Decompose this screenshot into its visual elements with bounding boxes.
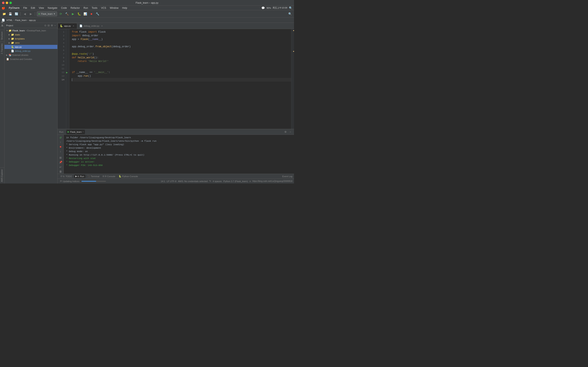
sidebar-tab-aws[interactable]: AWS Explorer bbox=[0, 167, 4, 184]
collapse-all-button[interactable]: ⊟ bbox=[48, 24, 50, 27]
menu-tools[interactable]: Tools bbox=[90, 6, 99, 10]
tree-item-scratches[interactable]: 📋 Scratches and Consoles bbox=[4, 57, 57, 61]
breadcrumb-app-py[interactable]: app.py bbox=[29, 19, 36, 21]
tree-arrow-root: ▼ bbox=[6, 30, 9, 32]
close-run-panel[interactable]: − bbox=[288, 130, 292, 134]
sidebar-tab-favorites[interactable]: 2: Favorites bbox=[0, 42, 4, 56]
close-panel-button[interactable]: − bbox=[54, 24, 56, 27]
tree-item-debug-order[interactable]: 📄 debug_order.py bbox=[4, 49, 57, 53]
tree-item-templates[interactable]: ▶ 📁 templates bbox=[4, 37, 57, 41]
menu-code[interactable]: Code bbox=[60, 6, 69, 10]
output-line-folder: in folder /Users/liuqingyang/Desktop/Fla… bbox=[66, 136, 292, 140]
run-button[interactable]: ▶ bbox=[71, 11, 76, 16]
rerun-button[interactable]: ⟳ bbox=[58, 11, 63, 16]
back-button[interactable]: ◀ bbox=[22, 11, 27, 16]
sidebar-tab-chapter[interactable]: 章节 bbox=[0, 26, 4, 30]
aws-indicator[interactable]: AWS: No credentials selected bbox=[178, 180, 208, 183]
func-from-object: from_object bbox=[95, 45, 112, 49]
sidebar-tab-back[interactable]: 返回 bbox=[0, 23, 4, 26]
wrench-button[interactable]: 🔧 bbox=[95, 11, 100, 16]
locate-file-button[interactable]: ⊙ bbox=[44, 24, 46, 27]
position-indicator[interactable]: 14:1 bbox=[161, 180, 165, 183]
code-line-11 bbox=[72, 67, 291, 71]
run-line-12-icon[interactable]: ▶ bbox=[66, 71, 68, 74]
tree-arrow-templates: ▶ bbox=[9, 38, 11, 40]
close-button[interactable] bbox=[2, 2, 4, 4]
traffic-lights[interactable] bbox=[2, 2, 12, 4]
encoding-indicator[interactable]: LF UTF-8 bbox=[167, 180, 176, 183]
code-line-3: app = Flask ( __name__ ) bbox=[72, 38, 291, 41]
tab-app-py[interactable]: 🐍 app.py × bbox=[58, 23, 77, 29]
bottom-tab-terminal[interactable]: ⬛ Terminal bbox=[86, 175, 101, 178]
minimize-button[interactable] bbox=[6, 2, 8, 4]
run-url-link[interactable]: http://127.0.0.1:5000/ bbox=[84, 154, 113, 156]
gutter-12[interactable]: ▶ bbox=[66, 71, 69, 74]
run-panel: Run: ▶ Flask_learn × ⚙ − ↺ ↑ ■ ↓ bbox=[58, 129, 294, 174]
bottom-tab-python-console[interactable]: 🐍 Python Console bbox=[117, 175, 139, 178]
bottom-tab-todo[interactable]: ☑ 6: TODO bbox=[59, 175, 73, 178]
str-route-path: '/' bbox=[88, 52, 93, 56]
r-console-icon: R bbox=[103, 175, 104, 178]
punct-run-parens: () bbox=[88, 74, 91, 78]
maximize-button[interactable] bbox=[9, 2, 12, 4]
output-line-running: * Running on http://127.0.0.1:5000/ (Pre… bbox=[66, 153, 292, 157]
rerun-sidebar-button[interactable]: ↺ bbox=[58, 136, 63, 140]
tree-item-app-py[interactable]: 🐍 app.py bbox=[4, 45, 57, 49]
bottom-tab-run[interactable]: ▶ 4: Run bbox=[74, 175, 85, 178]
menu-view[interactable]: View bbox=[37, 6, 46, 10]
forward-button[interactable]: ▶ bbox=[28, 11, 33, 16]
menu-navigate[interactable]: Navigate bbox=[46, 6, 59, 10]
indent-9 bbox=[72, 59, 78, 63]
menu-edit[interactable]: Edit bbox=[29, 6, 37, 10]
pin-button[interactable]: 📌 bbox=[58, 160, 63, 164]
menu-refactor[interactable]: Refactor bbox=[69, 6, 81, 10]
save-button[interactable]: 💾 bbox=[8, 11, 13, 16]
todo-icon: ☑ bbox=[61, 175, 62, 178]
gear-run-icon[interactable]: ⚙ bbox=[283, 130, 287, 134]
open-folder-button[interactable]: 📁 bbox=[2, 11, 7, 16]
run-tab-close[interactable]: × bbox=[82, 131, 84, 133]
tree-item-venv[interactable]: ▶ 📁 venv bbox=[4, 41, 57, 45]
event-log-link[interactable]: Event Log bbox=[282, 175, 292, 178]
menu-run[interactable]: Run bbox=[82, 6, 90, 10]
run-tab-flask-learn[interactable]: ▶ Flask_learn × bbox=[66, 130, 85, 134]
tab-debug-order[interactable]: 📄 debug_order.py × bbox=[77, 23, 105, 29]
line-num-12: 12 bbox=[62, 71, 64, 74]
menu-vcs[interactable]: VCS bbox=[99, 6, 108, 10]
scroll-down-button[interactable]: ↓ bbox=[58, 149, 63, 153]
debug-button[interactable]: 🐛 bbox=[77, 11, 82, 16]
menu-file[interactable]: File bbox=[22, 6, 29, 10]
coverage-button[interactable]: 📊 bbox=[83, 11, 88, 16]
breadcrumb-html[interactable]: HTML bbox=[7, 19, 13, 21]
run-config-dropdown[interactable]: ▶ Flask_learn ▼ bbox=[37, 11, 57, 16]
python-version-indicator[interactable]: Python 3.7 (Flask_learn) bbox=[223, 180, 248, 183]
search-menu-icon[interactable]: 🔍 bbox=[289, 6, 292, 9]
tree-item-static[interactable]: ▶ 📁 static bbox=[4, 33, 57, 37]
scroll-up-button[interactable]: ↑ bbox=[58, 140, 63, 144]
breadcrumb-flask-learn[interactable]: Flask_learn bbox=[15, 19, 27, 21]
clear-button[interactable]: 🗑 bbox=[58, 170, 63, 174]
build-button[interactable]: 🔨 bbox=[65, 11, 69, 16]
tree-item-external-libs[interactable]: ▶ 📚 External Libraries bbox=[4, 53, 57, 57]
title-bar: Flask_learn – app.py bbox=[0, 0, 294, 6]
indent-indicator[interactable]: 4 spaces bbox=[213, 180, 222, 183]
stop-button[interactable]: ■ bbox=[89, 11, 94, 16]
toolbar-search-button[interactable]: 🔍 bbox=[287, 11, 292, 16]
tab-app-py-close[interactable]: × bbox=[72, 25, 75, 27]
refresh-button[interactable]: 🔄 bbox=[14, 11, 19, 16]
stop-sidebar-button[interactable]: ■ bbox=[58, 145, 63, 149]
code-content[interactable]: from flask import Flask import debug_ord… bbox=[69, 29, 291, 129]
soft-wrap-button[interactable]: ↵ bbox=[58, 165, 63, 169]
menu-window[interactable]: Window bbox=[108, 6, 120, 10]
apple-logo-icon[interactable]: 🍎 bbox=[2, 6, 5, 9]
tab-debug-order-close[interactable]: × bbox=[100, 25, 103, 27]
bottom-tab-r-console[interactable]: R R Console bbox=[102, 175, 117, 178]
settings-button[interactable]: ⚙ bbox=[51, 24, 53, 27]
tree-item-root[interactable]: ▼ 📁 Flask_learn ~/Desktop/Flask_learn bbox=[4, 29, 57, 33]
layout-button[interactable]: ⊞ bbox=[58, 156, 63, 160]
line-num-8: 8 bbox=[63, 56, 64, 59]
sidebar-tab-structure[interactable]: Structure bbox=[0, 30, 4, 42]
code-editor[interactable]: 1 2 3 4 5 6 7 8 9 10 11 12 13 14 bbox=[58, 29, 294, 129]
menu-help[interactable]: Help bbox=[121, 6, 129, 10]
menu-bar: 🍎 PyCharm File Edit View Navigate Code R… bbox=[0, 6, 294, 10]
